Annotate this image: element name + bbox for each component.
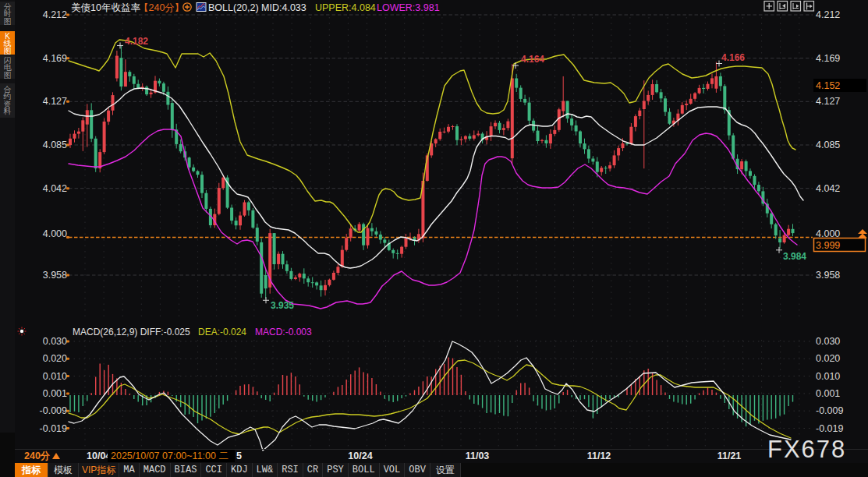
svg-text:4.169: 4.169: [43, 53, 67, 64]
svg-text:美债10年收益率: 美债10年收益率: [71, 2, 140, 13]
svg-text:0.020: 0.020: [816, 353, 840, 364]
svg-text:0.020: 0.020: [43, 353, 67, 364]
svg-text:11/12: 11/12: [587, 450, 611, 461]
svg-text:MACD:-0.003: MACD:-0.003: [255, 327, 312, 337]
svg-text:4.127: 4.127: [816, 96, 840, 107]
svg-text:DEA:-0.024: DEA:-0.024: [198, 327, 246, 337]
svg-text:4.127: 4.127: [43, 96, 67, 107]
svg-text:0.010: 0.010: [43, 371, 67, 382]
svg-text:4.042: 4.042: [43, 183, 67, 194]
svg-text:4.042: 4.042: [816, 183, 840, 194]
svg-text:4.212: 4.212: [43, 9, 67, 20]
svg-text:2025/10/07 07:00~11:00 二: 2025/10/07 07:00~11:00 二: [111, 450, 229, 461]
svg-text:FX678: FX678: [767, 436, 846, 463]
svg-text:3.935: 3.935: [271, 300, 294, 311]
svg-text:3.958: 3.958: [43, 270, 67, 281]
svg-text:3.958: 3.958: [816, 270, 840, 281]
svg-text:BOLL(20,2) MID:4.033: BOLL(20,2) MID:4.033: [208, 2, 306, 13]
svg-text:UPPER:4.084: UPPER:4.084: [315, 2, 376, 13]
svg-text:0.030: 0.030: [816, 336, 840, 347]
svg-text:3.999: 3.999: [816, 240, 840, 251]
svg-text:4.085: 4.085: [43, 140, 67, 150]
svg-text:LOWER:3.981: LOWER:3.981: [377, 2, 440, 13]
svg-text:4.166: 4.166: [721, 52, 745, 63]
svg-text:10/04: 10/04: [87, 450, 111, 461]
svg-text:0.030: 0.030: [43, 336, 67, 347]
svg-text:4.000: 4.000: [43, 228, 67, 239]
svg-text:4.182: 4.182: [125, 36, 148, 47]
svg-text:【240分】: 【240分】: [139, 2, 184, 13]
svg-text:-0.009: -0.009: [40, 405, 67, 416]
svg-text:-0.019: -0.019: [816, 423, 843, 434]
svg-text:3.984: 3.984: [783, 251, 806, 262]
svg-text:4.164: 4.164: [521, 54, 544, 65]
svg-text:4.085: 4.085: [816, 140, 840, 150]
svg-text:0.001: 0.001: [43, 388, 67, 399]
svg-text:-0.019: -0.019: [40, 423, 67, 434]
svg-text:4.169: 4.169: [816, 53, 840, 64]
svg-text:0.001: 0.001: [816, 388, 840, 399]
svg-text:0.010: 0.010: [816, 371, 840, 382]
svg-text:11/03: 11/03: [466, 450, 490, 461]
svg-text:4.152: 4.152: [816, 80, 840, 91]
svg-text:-0.009: -0.009: [816, 405, 843, 416]
svg-text:5: 5: [236, 450, 242, 461]
svg-text:10/24: 10/24: [348, 450, 372, 461]
svg-text:11/21: 11/21: [717, 450, 742, 461]
svg-text:MACD(26,12,9) DIFF:-0.025: MACD(26,12,9) DIFF:-0.025: [73, 327, 190, 337]
svg-text:240分: 240分: [24, 450, 51, 461]
svg-text:4.212: 4.212: [816, 9, 840, 20]
